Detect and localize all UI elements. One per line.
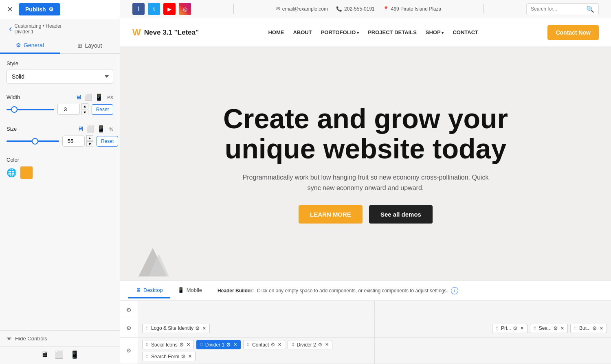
social-icons: f t ▶ ◎ [132, 3, 191, 15]
chip-contact-close[interactable]: ✕ [278, 342, 281, 347]
chip-logo-close[interactable]: ✕ [202, 326, 206, 331]
chip-sea-close[interactable]: ✕ [560, 326, 564, 331]
chip-divider2[interactable]: ⠿ Divider 2 ⚙ ✕ [288, 340, 332, 349]
hb-row2-gear[interactable]: ⚙ [120, 319, 138, 337]
size-slider[interactable] [7, 140, 59, 142]
drag-icon: ⠿ [291, 342, 294, 347]
navigation-menu: HOME ABOUT PORTOFOLIO PROJECT DETAILS SH… [268, 29, 478, 35]
nav-portfolio[interactable]: PORTOFOLIO [321, 29, 359, 35]
color-swatch[interactable] [20, 166, 33, 179]
address-info: 📍 499 Pirate Island Plaza [383, 6, 441, 12]
mobile-icon-bottom[interactable]: 📱 [70, 350, 79, 359]
size-reset-button[interactable]: Reset [97, 136, 118, 147]
tab-desktop[interactable]: 🖥 Desktop [128, 283, 170, 298]
chip-but-gear[interactable]: ⚙ [592, 325, 597, 331]
desktop-icon-width[interactable]: 🖥 [75, 94, 82, 101]
gear-icon-row3: ⚙ [126, 347, 132, 354]
tablet-icon-width[interactable]: ⬜ [84, 93, 92, 101]
chip-search-form-gear[interactable]: ⚙ [181, 353, 186, 360]
drag-icon: ⠿ [496, 326, 499, 331]
chip-social-icons[interactable]: ⠿ Social Icons ⚙ ✕ [142, 340, 194, 349]
hb-row2-left: ⠿ Logo & Site Identity ⚙ ✕ [138, 319, 375, 337]
hb-row3-right[interactable] [375, 338, 611, 364]
style-select[interactable]: Solid Dashed Dotted Double [7, 70, 113, 83]
builder-bar: 🖥 Desktop 📱 Mobile Header Builder: Click… [120, 280, 611, 300]
tablet-icon-size[interactable]: ⬜ [86, 125, 95, 133]
tablet-icon-bottom[interactable]: ⬜ [55, 350, 64, 359]
site-logo[interactable]: W Neve 3.1 "Letea" [132, 27, 199, 38]
chip-but[interactable]: ⠿ But... ⚙ ✕ [570, 324, 607, 333]
chip-but-close[interactable]: ✕ [600, 326, 603, 331]
chip-sea[interactable]: ⠿ Sea... ⚙ ✕ [530, 324, 568, 333]
info-icon[interactable]: i [451, 287, 458, 294]
width-decrement[interactable]: ▼ [81, 110, 88, 115]
width-input[interactable] [57, 104, 80, 115]
gear-icon-row2: ⚙ [126, 325, 132, 331]
tab-general[interactable]: ⚙ General [0, 38, 60, 54]
tab-layout[interactable]: ⊞ Layout [60, 38, 120, 53]
size-decrement[interactable]: ▼ [86, 141, 93, 147]
chip-divider1-close[interactable]: ✕ [233, 342, 237, 347]
mobile-icon-size[interactable]: 📱 [97, 125, 105, 133]
drag-icon: ⠿ [247, 342, 250, 347]
chip-pri[interactable]: ⠿ Pri... ⚙ ✕ [492, 324, 527, 333]
location-icon: 📍 [383, 6, 389, 12]
hide-controls-button[interactable]: 👁 Hide Controls [0, 330, 120, 346]
width-slider[interactable] [7, 109, 54, 110]
chip-logo[interactable]: ⠿ Logo & Site Identity ⚙ ✕ [142, 324, 210, 333]
youtube-icon[interactable]: ▶ [163, 3, 176, 15]
global-color-icon[interactable]: 🌐 [7, 168, 17, 178]
chip-search-form-close[interactable]: ✕ [188, 354, 192, 359]
learn-more-button[interactable]: LEARN MORE [299, 205, 363, 224]
nav-contact[interactable]: CONTACT [453, 29, 478, 35]
chip-contact[interactable]: ⠿ Contact ⚙ ✕ [243, 340, 285, 349]
search-icon: 🔍 [586, 5, 594, 13]
chip-divider1[interactable]: ⠿ Divider 1 ⚙ ✕ [196, 340, 241, 349]
publish-button[interactable]: Publish ⚙ [19, 3, 60, 15]
width-input-wrap: ▲ ▼ [57, 103, 88, 115]
desktop-icon-bottom[interactable]: 🖥 [41, 350, 48, 359]
size-increment[interactable]: ▲ [86, 135, 93, 141]
width-reset-button[interactable]: Reset [92, 104, 113, 115]
chip-divider2-gear[interactable]: ⚙ [318, 342, 323, 348]
size-input[interactable] [62, 136, 85, 147]
chip-social-close[interactable]: ✕ [187, 342, 190, 347]
chip-pri-close[interactable]: ✕ [520, 326, 524, 331]
mobile-icon-width[interactable]: 📱 [95, 93, 103, 101]
nav-shop[interactable]: SHOP [426, 29, 444, 35]
chip-logo-gear[interactable]: ⚙ [195, 325, 200, 331]
size-input-wrap: ▲ ▼ [62, 135, 93, 147]
gear-icon-row1: ⚙ [126, 307, 132, 313]
contact-now-button[interactable]: Contact Now [547, 25, 599, 40]
instagram-icon[interactable]: ◎ [179, 3, 191, 15]
hero-buttons: LEARN MORE See all demos [299, 205, 433, 224]
chip-contact-gear[interactable]: ⚙ [270, 342, 275, 348]
back-button[interactable]: ‹ [7, 24, 14, 34]
twitter-icon[interactable]: t [148, 3, 160, 15]
gear-icon: ⚙ [16, 42, 21, 48]
width-increment[interactable]: ▲ [81, 103, 88, 109]
tab-mobile[interactable]: 📱 Mobile [170, 283, 209, 298]
hb-row1-left[interactable] [138, 301, 375, 319]
chip-divider2-close[interactable]: ✕ [325, 342, 329, 347]
chip-divider1-gear[interactable]: ⚙ [226, 342, 231, 348]
panel-title: Divider 1 [14, 29, 62, 35]
color-label: Color [7, 157, 113, 163]
chip-pri-gear[interactable]: ⚙ [513, 325, 518, 331]
search-input[interactable] [531, 6, 584, 12]
chip-sea-gear[interactable]: ⚙ [553, 325, 558, 331]
see-demos-button[interactable]: See all demos [369, 205, 433, 224]
hb-row3-gear[interactable]: ⚙ [120, 338, 138, 364]
close-button[interactable]: ✕ [4, 4, 15, 15]
layout-icon: ⊞ [77, 42, 82, 49]
hb-row1-gear[interactable]: ⚙ [120, 301, 138, 319]
chip-search-form[interactable]: ⠿ Search Form ⚙ ✕ [142, 352, 196, 361]
nav-project-details[interactable]: PROJECT DETAILS [368, 29, 417, 35]
nav-home[interactable]: HOME [268, 29, 284, 35]
hb-row1-right[interactable] [375, 301, 611, 319]
desktop-icon-size[interactable]: 🖥 [77, 125, 84, 133]
facebook-icon[interactable]: f [132, 3, 145, 15]
nav-about[interactable]: ABOUT [293, 29, 312, 35]
hero-title: Create and grow your unique website toda… [191, 103, 541, 164]
chip-social-gear[interactable]: ⚙ [179, 342, 184, 348]
